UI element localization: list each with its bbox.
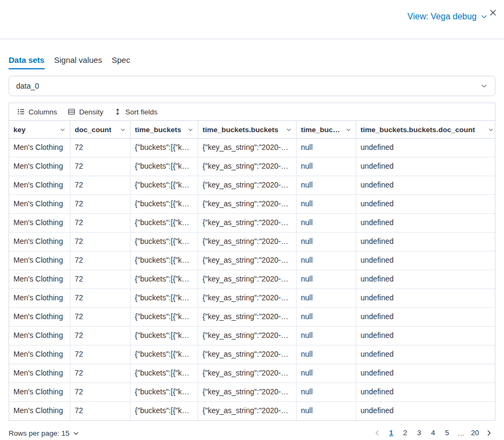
tab-signal-values[interactable]: Signal values xyxy=(54,55,102,69)
cell-time-buckets[interactable]: {"buckets":[{"k… xyxy=(131,139,198,157)
close-button[interactable] xyxy=(487,7,499,18)
page-button-1[interactable]: 1 xyxy=(385,427,398,439)
previous-page-button[interactable] xyxy=(371,427,384,439)
cell-time-buckets-buckets[interactable]: {"key_as_string":"2020-… xyxy=(198,383,297,401)
cell-time-buckets[interactable]: {"buckets":[{"k… xyxy=(131,345,198,364)
cell-time-buckets-buckets-doc-count[interactable]: undefined xyxy=(356,402,498,420)
column-header-key[interactable]: key xyxy=(9,121,70,138)
cell-key[interactable]: Men's Clothing xyxy=(9,251,70,270)
page-button-2[interactable]: 2 xyxy=(399,427,412,439)
sort-fields-button[interactable]: Sort fields xyxy=(109,106,162,118)
cell-time-buck-truncated[interactable]: null xyxy=(297,308,356,326)
cell-time-buckets-buckets[interactable]: {"key_as_string":"2020-… xyxy=(198,270,297,288)
cell-time-buckets[interactable]: {"buckets":[{"k… xyxy=(131,270,198,288)
cell-time-buckets-buckets[interactable]: {"key_as_string":"2020-… xyxy=(198,176,297,194)
cell-time-buckets-buckets-doc-count[interactable]: undefined xyxy=(356,157,498,176)
cell-key[interactable]: Men's Clothing xyxy=(9,289,70,307)
cell-time-buckets[interactable]: {"buckets":[{"k… xyxy=(131,233,198,251)
dataset-select[interactable]: data_0 xyxy=(9,76,495,96)
cell-time-buck-truncated[interactable]: null xyxy=(297,251,356,270)
cell-key[interactable]: Men's Clothing xyxy=(9,308,70,326)
cell-doc-count[interactable]: 72 xyxy=(70,176,131,194)
cell-time-buck-truncated[interactable]: null xyxy=(297,289,356,307)
cell-doc-count[interactable]: 72 xyxy=(70,195,131,213)
page-button-3[interactable]: 3 xyxy=(413,427,426,439)
cell-key[interactable]: Men's Clothing xyxy=(9,402,70,420)
cell-time-buckets-buckets[interactable]: {"key_as_string":"2020-… xyxy=(198,289,297,307)
cell-time-buckets-buckets[interactable]: {"key_as_string":"2020-… xyxy=(198,157,297,176)
cell-time-buck-truncated[interactable]: null xyxy=(297,270,356,288)
cell-time-buckets-buckets-doc-count[interactable]: undefined xyxy=(356,214,498,232)
page-button-5[interactable]: 5 xyxy=(441,427,453,439)
cell-key[interactable]: Men's Clothing xyxy=(9,345,70,364)
cell-key[interactable]: Men's Clothing xyxy=(9,214,70,232)
cell-time-buckets-buckets-doc-count[interactable]: undefined xyxy=(356,345,498,364)
cell-key[interactable]: Men's Clothing xyxy=(9,383,70,401)
tab-data-sets[interactable]: Data sets xyxy=(9,55,45,69)
cell-time-buckets-buckets[interactable]: {"key_as_string":"2020-… xyxy=(198,195,297,213)
cell-doc-count[interactable]: 72 xyxy=(70,157,131,176)
cell-key[interactable]: Men's Clothing xyxy=(9,364,70,383)
cell-time-buckets-buckets-doc-count[interactable]: undefined xyxy=(356,383,498,401)
cell-time-buckets-buckets[interactable]: {"key_as_string":"2020-… xyxy=(198,139,297,157)
cell-doc-count[interactable]: 72 xyxy=(70,383,131,401)
cell-key[interactable]: Men's Clothing xyxy=(9,157,70,176)
column-header-time-buck-truncated[interactable]: time_buck… xyxy=(297,121,356,138)
column-header-time-buckets-buckets-doc-count[interactable]: time_buckets.buckets.doc_count xyxy=(356,121,498,138)
page-button-4[interactable]: 4 xyxy=(427,427,440,439)
cell-time-buckets-buckets-doc-count[interactable]: undefined xyxy=(356,289,498,307)
cell-time-buck-truncated[interactable]: null xyxy=(297,157,356,176)
cell-time-buck-truncated[interactable]: null xyxy=(297,195,356,213)
page-button-20[interactable]: 20 xyxy=(469,427,481,439)
cell-time-buckets-buckets-doc-count[interactable]: undefined xyxy=(356,308,498,326)
cell-key[interactable]: Men's Clothing xyxy=(9,139,70,157)
density-button[interactable]: Density xyxy=(63,106,108,118)
cell-time-buckets-buckets-doc-count[interactable]: undefined xyxy=(356,233,498,251)
cell-time-buckets-buckets[interactable]: {"key_as_string":"2020-… xyxy=(198,402,297,420)
cell-time-buckets-buckets[interactable]: {"key_as_string":"2020-… xyxy=(198,233,297,251)
cell-time-buckets-buckets-doc-count[interactable]: undefined xyxy=(356,139,498,157)
cell-doc-count[interactable]: 72 xyxy=(70,214,131,232)
rows-per-page-button[interactable]: Rows per page: 15 xyxy=(9,429,80,437)
cell-time-buckets-buckets[interactable]: {"key_as_string":"2020-… xyxy=(198,364,297,383)
cell-time-buckets[interactable]: {"buckets":[{"k… xyxy=(131,157,198,176)
tab-spec[interactable]: Spec xyxy=(112,55,130,69)
cell-time-buckets-buckets[interactable]: {"key_as_string":"2020-… xyxy=(198,251,297,270)
cell-doc-count[interactable]: 72 xyxy=(70,327,131,345)
cell-time-buck-truncated[interactable]: null xyxy=(297,364,356,383)
cell-key[interactable]: Men's Clothing xyxy=(9,233,70,251)
column-header-time-buckets-buckets[interactable]: time_buckets.buckets xyxy=(198,121,297,138)
cell-time-buckets[interactable]: {"buckets":[{"k… xyxy=(131,176,198,194)
cell-key[interactable]: Men's Clothing xyxy=(9,270,70,288)
cell-time-buckets-buckets-doc-count[interactable]: undefined xyxy=(356,364,498,383)
cell-doc-count[interactable]: 72 xyxy=(70,308,131,326)
cell-time-buckets[interactable]: {"buckets":[{"k… xyxy=(131,308,198,326)
cell-time-buck-truncated[interactable]: null xyxy=(297,402,356,420)
cell-time-buckets-buckets[interactable]: {"key_as_string":"2020-… xyxy=(198,345,297,364)
next-page-button[interactable] xyxy=(483,427,495,439)
cell-time-buckets-buckets-doc-count[interactable]: undefined xyxy=(356,176,498,194)
cell-time-buck-truncated[interactable]: null xyxy=(297,327,356,345)
cell-time-buckets-buckets[interactable]: {"key_as_string":"2020-… xyxy=(198,327,297,345)
cell-time-buckets[interactable]: {"buckets":[{"k… xyxy=(131,195,198,213)
cell-doc-count[interactable]: 72 xyxy=(70,402,131,420)
cell-doc-count[interactable]: 72 xyxy=(70,270,131,288)
cell-time-buckets[interactable]: {"buckets":[{"k… xyxy=(131,327,198,345)
column-header-doc-count[interactable]: doc_count xyxy=(70,121,131,138)
columns-button[interactable]: Columns xyxy=(12,106,62,118)
cell-time-buckets-buckets-doc-count[interactable]: undefined xyxy=(356,270,498,288)
cell-doc-count[interactable]: 72 xyxy=(70,345,131,364)
cell-key[interactable]: Men's Clothing xyxy=(9,195,70,213)
column-header-time-buckets[interactable]: time_buckets xyxy=(131,121,198,138)
cell-doc-count[interactable]: 72 xyxy=(70,139,131,157)
cell-time-buck-truncated[interactable]: null xyxy=(297,233,356,251)
cell-time-buck-truncated[interactable]: null xyxy=(297,214,356,232)
cell-time-buck-truncated[interactable]: null xyxy=(297,139,356,157)
cell-time-buckets[interactable]: {"buckets":[{"k… xyxy=(131,383,198,401)
cell-key[interactable]: Men's Clothing xyxy=(9,327,70,345)
cell-time-buckets-buckets-doc-count[interactable]: undefined xyxy=(356,251,498,270)
cell-doc-count[interactable]: 72 xyxy=(70,364,131,383)
cell-time-buck-truncated[interactable]: null xyxy=(297,345,356,364)
cell-doc-count[interactable]: 72 xyxy=(70,251,131,270)
cell-time-buck-truncated[interactable]: null xyxy=(297,383,356,401)
